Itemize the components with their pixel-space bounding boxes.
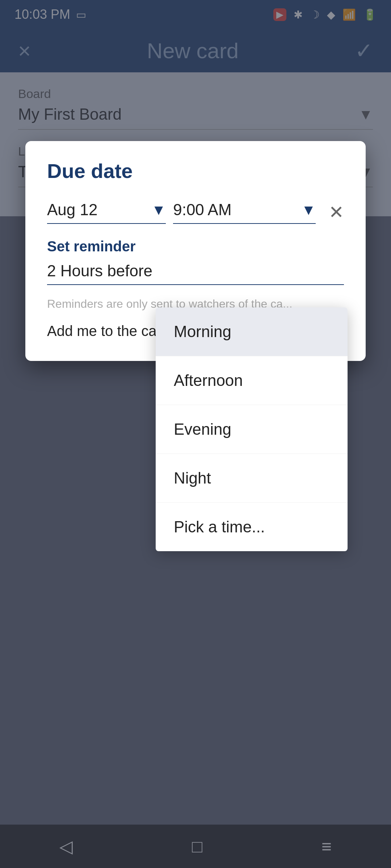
reminder-value: 2 Hours before [47,262,152,280]
dropdown-option-evening[interactable]: Evening [156,405,348,454]
date-value: Aug 12 [47,201,97,219]
time-value: 9:00 AM [173,201,231,219]
datetime-close-button[interactable]: ✕ [329,202,344,223]
dropdown-option-pick-time[interactable]: Pick a time... [156,503,348,551]
reminder-label: Set reminder [47,238,344,255]
time-dropdown-arrow: ▼ [301,202,316,218]
date-dropdown-arrow: ▼ [152,202,166,218]
reminder-value-row[interactable]: 2 Hours before [47,262,344,285]
time-field[interactable]: 9:00 AM ▼ [173,201,316,224]
time-dropdown-popup: Morning Afternoon Evening Night Pick a t… [156,307,348,551]
dropdown-option-afternoon[interactable]: Afternoon [156,356,348,405]
datetime-row: Aug 12 ▼ 9:00 AM ▼ ✕ [47,201,344,224]
date-field[interactable]: Aug 12 ▼ [47,201,166,224]
dropdown-option-night[interactable]: Night [156,454,348,503]
modal-title: Due date [47,159,344,183]
dropdown-option-morning[interactable]: Morning [156,307,348,356]
